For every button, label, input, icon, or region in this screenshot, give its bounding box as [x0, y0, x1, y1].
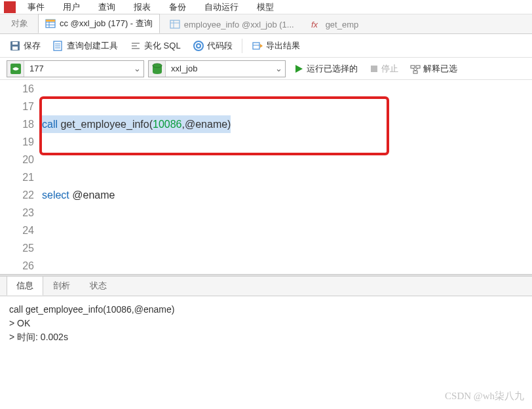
svg-rect-5: [170, 20, 180, 28]
table-icon: [45, 18, 56, 29]
tab-objects[interactable]: 对象: [4, 14, 35, 33]
watermark: CSDN @wh柒八九: [445, 390, 524, 402]
explain-button[interactable]: 解释已选: [406, 61, 461, 77]
svg-rect-21: [253, 43, 259, 49]
stop-button[interactable]: 停止: [366, 61, 402, 77]
button-label: 解释已选: [423, 63, 457, 75]
result-line: > OK: [9, 317, 523, 330]
connection-icon: [7, 61, 24, 77]
tab-query-active[interactable]: cc @xxl_job (177) - 查询: [38, 14, 160, 33]
tab-profile[interactable]: 剖析: [43, 276, 80, 296]
code-editor[interactable]: 1617181920212223242526 call get_employee…: [0, 80, 532, 274]
menu-bar: 事件 用户 查询 报表 备份 自动运行 模型: [0, 0, 532, 14]
menu-item[interactable]: 报表: [124, 0, 160, 14]
keyword: select: [42, 189, 69, 201]
result-tabs: 信息 剖析 状态: [0, 277, 532, 296]
tab-label: cc @xxl_job (177) - 查询: [60, 18, 153, 29]
run-selection-button[interactable]: 运行已选择的: [290, 61, 362, 77]
button-label: 运行已选择的: [307, 63, 358, 75]
svg-point-20: [197, 44, 200, 48]
code-area[interactable]: call get_employee_info(10086,@ename) sel…: [42, 80, 532, 274]
svg-line-31: [415, 68, 418, 71]
selector-value: 177: [24, 64, 130, 73]
svg-rect-26: [371, 66, 377, 72]
tab-label: 对象: [11, 18, 28, 29]
result-output: call get_employee_info(10086,@ename) > O…: [0, 296, 532, 351]
menu-item[interactable]: 模型: [248, 0, 283, 14]
query-builder-icon: [52, 40, 64, 52]
selector-value: xxl_job: [166, 64, 272, 73]
explain-icon: [410, 64, 421, 74]
table-icon: [170, 19, 180, 29]
play-icon: [294, 64, 304, 74]
tab-function[interactable]: fx get_emp: [304, 15, 366, 33]
connection-selector[interactable]: 177 ⌄: [7, 60, 144, 77]
button-label: 查询创建工具: [67, 40, 118, 52]
chevron-down-icon: ⌄: [272, 64, 285, 73]
beautify-icon: [130, 40, 142, 52]
save-button[interactable]: 保存: [7, 38, 43, 54]
snippet-button[interactable]: 代码段: [190, 38, 235, 54]
number-literal: 10086: [153, 119, 182, 130]
code-text: get_employee_info(: [58, 119, 153, 130]
menu-item[interactable]: 备份: [160, 0, 195, 14]
toolbar: 保存 查询创建工具 美化 SQL 代码段 导出结果: [0, 34, 532, 58]
svg-rect-29: [413, 71, 417, 73]
code-text: @ename: [69, 189, 115, 201]
svg-rect-10: [12, 47, 18, 50]
menu-item[interactable]: 查询: [89, 0, 124, 14]
database-icon: [149, 61, 166, 77]
query-builder-button[interactable]: 查询创建工具: [50, 38, 121, 54]
document-tabs: 对象 cc @xxl_job (177) - 查询 employee_info …: [0, 14, 532, 34]
menu-fragment-icon: [4, 1, 16, 13]
button-label: 代码段: [207, 40, 233, 52]
tab-info[interactable]: 信息: [7, 276, 43, 296]
button-label: 保存: [24, 40, 41, 52]
button-label: 停止: [381, 63, 398, 75]
button-label: 美化 SQL: [144, 40, 181, 52]
export-button[interactable]: 导出结果: [249, 38, 303, 54]
result-line: > 时间: 0.002s: [9, 330, 523, 344]
tab-status[interactable]: 状态: [80, 276, 117, 296]
menu-item[interactable]: 事件: [18, 0, 54, 14]
result-line: call get_employee_info(10086,@ename): [9, 303, 523, 317]
svg-rect-4: [46, 20, 55, 22]
button-label: 导出结果: [266, 40, 300, 52]
snippet-icon: [193, 40, 204, 52]
svg-rect-28: [416, 66, 420, 68]
line-gutter: 1617181920212223242526: [0, 80, 42, 274]
keyword: call: [42, 119, 58, 130]
tab-label: get_emp: [326, 20, 359, 29]
tab-employee-info[interactable]: employee_info @xxl_job (1...: [162, 15, 301, 33]
svg-point-19: [194, 41, 203, 50]
selector-row: 177 ⌄ xxl_job ⌄ 运行已选择的 停止 解释已选: [0, 58, 532, 80]
svg-rect-11: [12, 42, 18, 45]
menu-item[interactable]: 用户: [54, 0, 89, 14]
menu-item[interactable]: 自动运行: [195, 0, 248, 14]
database-selector[interactable]: xxl_job ⌄: [148, 60, 286, 77]
code-text: ,@ename): [182, 119, 231, 130]
tab-label: employee_info @xxl_job (1...: [184, 20, 294, 29]
svg-text:fx: fx: [311, 20, 318, 29]
chevron-down-icon: ⌄: [130, 64, 143, 73]
stop-icon: [370, 64, 379, 73]
export-icon: [252, 40, 263, 52]
beautify-sql-button[interactable]: 美化 SQL: [127, 38, 183, 54]
save-icon: [9, 40, 21, 52]
svg-line-30: [413, 68, 415, 71]
function-icon: fx: [311, 19, 322, 29]
svg-rect-27: [411, 66, 415, 68]
